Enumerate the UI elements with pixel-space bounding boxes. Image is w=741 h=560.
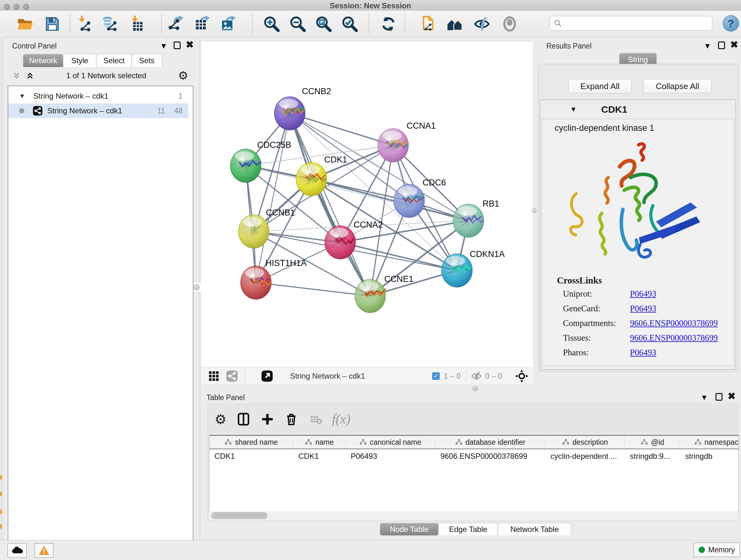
- table-panel-float-icon[interactable]: [716, 393, 723, 401]
- toolbar-export-network-button[interactable]: [166, 14, 185, 34]
- toolbar-separator: [70, 14, 70, 34]
- table-row[interactable]: CDK1CDK1P064939606.ENSP00000378699cyclin…: [209, 449, 738, 463]
- search-input[interactable]: [562, 18, 704, 28]
- tab-sets[interactable]: Sets: [131, 54, 162, 67]
- table-panel-close-icon[interactable]: ✖: [728, 392, 736, 400]
- network-canvas[interactable]: CCNB2CCNA1CDC25BCDK1CDC6RB1CCNB1CCNA2CDK…: [201, 41, 533, 368]
- toolbar-show-all-button[interactable]: [500, 14, 519, 34]
- column-header-canonical-name[interactable]: canonical name: [346, 436, 435, 449]
- column-header-id[interactable]: @id: [625, 436, 680, 449]
- collapse-all-button[interactable]: Collapse All: [643, 79, 712, 93]
- selected-count: 1 – 0: [444, 372, 461, 381]
- control-panel-float-icon[interactable]: [174, 42, 181, 49]
- open-in-window-icon[interactable]: [261, 370, 273, 382]
- table-hscrollbar-thumb[interactable]: [211, 512, 267, 519]
- toolbar-import-table-file-button[interactable]: [126, 14, 145, 34]
- memory-button[interactable]: Memory: [693, 543, 740, 557]
- toolbar-refresh-network-button[interactable]: [379, 14, 398, 34]
- function-builder-icon[interactable]: f(x): [332, 411, 350, 427]
- toolbar-new-network-from-selection-button[interactable]: [417, 14, 436, 34]
- table-hscrollbar[interactable]: [209, 511, 738, 520]
- network-graph[interactable]: CCNB2CCNA1CDC25BCDK1CDC6RB1CCNB1CCNA2CDK…: [201, 41, 533, 368]
- network-collection-row[interactable]: ▼ String Network – cdk1 1: [8, 89, 188, 104]
- network-node-CCNB1[interactable]: CCNB1: [239, 208, 295, 249]
- network-view-icon[interactable]: [226, 370, 238, 382]
- horizontal-splitter[interactable]: [201, 384, 741, 392]
- tab-select[interactable]: Select: [96, 54, 131, 67]
- table-cell: P06493: [346, 452, 435, 461]
- section-collapse-icon[interactable]: ▼: [570, 105, 577, 114]
- column-hierarchy-icon: [562, 438, 569, 446]
- first-neighbors-icon: [447, 16, 463, 32]
- tab-network-table[interactable]: Network Table: [498, 523, 571, 536]
- warning-button[interactable]: [35, 543, 54, 558]
- network-node-CDC25B[interactable]: CDC25B: [230, 140, 291, 183]
- expand-all-button[interactable]: Expand All: [568, 79, 631, 93]
- table-cell: stringdb:9...: [625, 452, 680, 461]
- tab-edge-table[interactable]: Edge Table: [439, 523, 498, 536]
- help-button[interactable]: ?: [723, 15, 739, 32]
- show-columns-icon[interactable]: [234, 410, 253, 428]
- collapse-all-icon[interactable]: [12, 71, 21, 80]
- cloud-button[interactable]: [7, 543, 27, 558]
- network-node-CCNA1[interactable]: CCNA1: [378, 121, 436, 163]
- crosslink-link[interactable]: P06493: [630, 289, 657, 304]
- delete-column-trash-icon[interactable]: [282, 410, 300, 428]
- toolbar-zoom-out-button[interactable]: [288, 14, 307, 34]
- toolbar-import-network-file-button[interactable]: [73, 14, 92, 34]
- tab-node-table[interactable]: Node Table: [380, 523, 439, 536]
- results-panel-menu-icon[interactable]: ▼: [702, 42, 713, 51]
- crosslink-link[interactable]: 9606.ENSP00000378699: [630, 333, 718, 348]
- birds-eye-view-icon[interactable]: [515, 369, 529, 383]
- toolbar-save-session-button[interactable]: [43, 14, 62, 34]
- control-panel-title: Control Panel: [12, 42, 57, 51]
- tree-collapse-icon[interactable]: ▼: [19, 92, 25, 100]
- title-bar: Session: New Session: [0, 0, 741, 10]
- column-header-shared-name[interactable]: shared name: [209, 436, 293, 449]
- crosslink-link[interactable]: 9606.ENSP00000378699: [630, 318, 718, 333]
- network-node-HIST1H1A[interactable]: HIST1H1A: [241, 258, 307, 300]
- table-panel-menu-icon[interactable]: ▼: [699, 393, 710, 402]
- network-node-CDKN1A[interactable]: CDKN1A: [442, 249, 505, 288]
- column-hierarchy-icon: [694, 438, 702, 446]
- tab-network[interactable]: Network: [23, 54, 63, 67]
- network-node-RB1[interactable]: RB1: [453, 199, 499, 238]
- table-settings-gear-icon[interactable]: ⚙: [212, 410, 229, 428]
- toolbar-open-session-button[interactable]: [15, 14, 35, 34]
- toolbar-hide-selected-button[interactable]: [472, 14, 491, 34]
- results-panel-close-icon[interactable]: ✖: [730, 41, 738, 49]
- column-hierarchy-icon: [305, 438, 313, 446]
- expand-all-icon[interactable]: [25, 71, 35, 80]
- delete-table-icon[interactable]: [307, 410, 325, 428]
- toolbar-first-neighbors-button[interactable]: [445, 14, 464, 34]
- protein-structure-image: [557, 139, 714, 270]
- results-panel-float-icon[interactable]: [718, 42, 725, 49]
- toolbar-import-network-database-button[interactable]: [99, 14, 119, 34]
- control-panel-close-icon[interactable]: ✖: [186, 41, 194, 49]
- network-collection-count: 1: [179, 91, 183, 101]
- toolbar-export-table-button[interactable]: [192, 14, 211, 34]
- crosslink-row-uniprot: Uniprot:P06493: [546, 289, 725, 304]
- toolbar-export-image-button[interactable]: [218, 14, 237, 34]
- crosslink-link[interactable]: P06493: [630, 348, 657, 362]
- network-options-gear-icon[interactable]: ⚙: [178, 70, 188, 81]
- grid-view-icon[interactable]: [208, 370, 219, 382]
- column-hierarchy-icon: [641, 438, 648, 446]
- control-panel-menu-icon[interactable]: ▼: [158, 42, 169, 51]
- crosslink-link[interactable]: P06493: [630, 304, 657, 318]
- node-table[interactable]: shared namenamecanonical namedatabase id…: [209, 435, 739, 511]
- network-node-CDK1[interactable]: CDK1: [296, 155, 347, 196]
- search-box[interactable]: [549, 16, 712, 30]
- selected-checkbox-icon[interactable]: ✓: [432, 372, 440, 380]
- toolbar-zoom-selected-button[interactable]: [340, 14, 359, 34]
- open-session-icon: [17, 16, 33, 32]
- column-header-description[interactable]: description: [545, 436, 625, 449]
- network-row-selected[interactable]: String Network – cdk1 11 48: [8, 104, 188, 118]
- column-header-name[interactable]: name: [293, 436, 346, 449]
- toolbar-zoom-in-button[interactable]: [262, 14, 281, 34]
- column-header-namespace[interactable]: namespace: [680, 436, 739, 449]
- add-column-icon[interactable]: [259, 410, 276, 428]
- column-header-database-identifier[interactable]: database identifier: [435, 436, 545, 449]
- tab-style[interactable]: Style: [63, 54, 96, 67]
- toolbar-zoom-fit-button[interactable]: [314, 14, 333, 34]
